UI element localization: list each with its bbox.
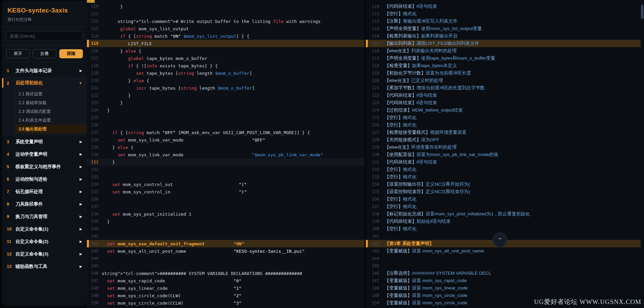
sidebar-section-4[interactable]: 4运动学变量声明▶ — [2, 148, 87, 160]
code-line-143[interactable]: 143 set mom_sys_alt_unit_post_name "KESO… — [87, 247, 364, 255]
annotation-row-145[interactable]: 145 — [366, 262, 641, 270]
sidebar-section-8[interactable]: 8刀具路径事件▶ — [2, 198, 87, 210]
search-input[interactable] — [6, 31, 83, 41]
code-line-130[interactable]: 130 set mom_sys_link_var_mode "$mom_sys_… — [87, 151, 364, 158]
annotation-row-125[interactable]: 125【空行】格式化 — [366, 114, 641, 121]
sidebar-section-11[interactable]: 11自定义命令集(2)▶ — [2, 235, 87, 248]
annotation-row-137[interactable]: 137【空行】格式化 — [366, 203, 641, 210]
annotation-row-135[interactable]: 135【设置控制结束符】定义NC注释结束符为) — [366, 188, 641, 195]
code-line-129[interactable]: 129 } else { — [87, 144, 364, 151]
annotation-row-110[interactable]: 110【代码块结束】if语句结束 — [366, 3, 641, 10]
sidebar-section-6[interactable]: 6运动控制与进给▶ — [2, 173, 87, 185]
code-line-120[interactable]: 120 } else { — [87, 77, 364, 84]
annotation-row-116[interactable]: 116【else分支】列表输出关闭时的处理 — [366, 47, 641, 55]
sidebar-section-9[interactable]: 9换刀与刀具管理▶ — [2, 210, 87, 223]
annotation-row-146[interactable]: 146【注释说明】######### SYSTEM VARIABLE DECL — [366, 270, 641, 277]
code-line-150[interactable]: 150 set mom_sys_circle_code(CCLW) "3" — [87, 299, 364, 307]
sidebar-subitem-2.5[interactable]: 2.5 输出前处理 — [15, 125, 87, 133]
annotation-row-123[interactable]: 123【代码块结束】if语句结束 — [366, 99, 641, 106]
code-line-136[interactable]: 136 — [87, 195, 364, 203]
sidebar-section-3[interactable]: 3系统变量声明▶ — [2, 135, 87, 148]
code-line-135[interactable]: 135 set mom_sys_control_in ")" — [87, 188, 364, 195]
sidebar-section-1[interactable]: 1文件头与版本记录▶ — [2, 64, 87, 77]
annotation-row-119[interactable]: 119【初始化字节计数】设置为当前缓冲区长度 — [366, 69, 641, 77]
code-line-128[interactable]: 128 set mom_sys_link_var_mode "OFF" — [87, 136, 364, 144]
annotation-row-129[interactable]: 129【else分支】环境变量存在时的处理 — [366, 144, 641, 151]
annotation-row-139[interactable]: 139【代码块结束】初始化if语句结束 — [366, 218, 641, 225]
annotation-row-144[interactable]: 144 — [366, 255, 641, 262]
code-line-149[interactable]: 149 set mom_sys_circle_code(CLW) "2" — [87, 292, 364, 299]
annotation-row-113[interactable]: 113【声明全局变量】使用mom_sys_list_output变量 — [366, 25, 641, 32]
code-line-144[interactable]: 144 — [87, 255, 364, 262]
sidebar-subitem-2.3[interactable]: 2.3 调试模式配置 — [15, 107, 87, 116]
annotation-row-147[interactable]: 147【变量赋值】设置 mom_sys_rapid_code — [366, 277, 641, 284]
code-line-116[interactable]: 116 } else { — [87, 47, 364, 55]
annotation-row-126[interactable]: 126【空行】格式化 — [366, 121, 641, 129]
page-scrollbar-track[interactable] — [641, 0, 644, 308]
code-line-148[interactable]: 148 set mom_sys_linear_code "1" — [87, 284, 364, 292]
annotation-row-140[interactable]: 140【空行】格式化 — [366, 225, 641, 233]
sidebar-section-10[interactable]: 10自定义命令集(1)▶ — [2, 223, 87, 235]
expand-all-button[interactable]: 展开 — [6, 49, 30, 58]
annotation-row-112[interactable]: 112【注释】将输出缓冲区写入列表文件 — [366, 18, 641, 25]
code-line-127[interactable]: 127 if { [string match "OFF" [MOM_ask_en… — [87, 129, 364, 136]
sidebar-subitem-2.4[interactable]: 2.4 列表文件设置 — [15, 116, 87, 125]
annotation-row-109[interactable] — [366, 0, 641, 3]
code-line-147[interactable]: 147 set mom_sys_rapid_code "0" — [87, 277, 364, 284]
annotation-row-133[interactable]: 133【空行】格式化 — [366, 173, 641, 181]
annotation-row-122[interactable]: 122【代码块结束】if语句结束 — [366, 92, 641, 99]
annotation-row-132[interactable]: 132【空行】格式化 — [366, 166, 641, 173]
annotation-row-138[interactable]: 138【标记初始化完成】设置mom_sys_post_initialized为1… — [366, 210, 641, 218]
annotation-row-114[interactable]: 114【检查列表输出】如果列表输出开启 — [366, 32, 641, 40]
annotation-row-148[interactable]: 148【变量赋值】设置 mom_sys_linear_code — [366, 284, 641, 292]
annotation-row-115[interactable]: 115【输出到列表】调用LIST_FILE输出到列表文件 — [366, 40, 641, 47]
code-line-146[interactable]: 146string">"tcl-comment">########## SYST… — [87, 270, 364, 277]
annotation-row-128[interactable]: 128【关闭链接模式】设为OFF — [366, 136, 641, 144]
code-line-111[interactable]: 111 — [87, 10, 364, 18]
sidebar-section-5[interactable]: 5模板重定义与程序事件▶ — [2, 160, 87, 173]
code-line-113[interactable]: 113 global mom_sys_list_output — [87, 25, 364, 32]
page-scrollbar-thumb[interactable] — [641, 5, 643, 19]
code-line-132[interactable]: 132 — [87, 166, 364, 173]
code-line-126[interactable]: 126 — [87, 121, 364, 129]
code-line-145[interactable]: 145 — [87, 262, 364, 270]
sidebar-subitem-2.2[interactable]: 2.2 基础库加载 — [15, 98, 87, 107]
code-line-124[interactable]: 124 } — [87, 106, 364, 114]
code-line-123[interactable]: 123 } — [87, 99, 364, 106]
code-line-133[interactable]: 133 — [87, 173, 364, 181]
code-line-109[interactable] — [87, 0, 364, 3]
annotation-row-130[interactable]: 130【使用配置值】设置为mom_sys_pb_link_var_mode的值 — [366, 151, 641, 158]
sidebar-section-header-2[interactable]: 2后处理初始化▼ — [2, 77, 87, 89]
code-line-110[interactable]: 110 } — [87, 3, 364, 10]
annotation-row-124[interactable]: 124【过程结束】MOM_before_output结束 — [366, 106, 641, 114]
code-line-141[interactable]: 141 — [87, 233, 364, 240]
annotation-row-143[interactable]: 143【变量赋值】设置 mom_sys_alt_unit_post_name — [366, 247, 641, 255]
annotation-row-120[interactable]: 120【else分支】已定义时的处理 — [366, 77, 641, 84]
annotation-row-131[interactable]: 131【代码块结束】if语句结束 — [366, 158, 641, 166]
code-line-112[interactable]: 112 string">"tcl-comment"># Write output… — [87, 18, 364, 25]
annotation-row-136[interactable]: 136【空行】格式化 — [366, 195, 641, 203]
code-line-115[interactable]: 115 LIST_FILE — [87, 40, 364, 47]
collapse-all-button[interactable]: 折叠 — [33, 49, 56, 58]
sidebar-subitem-2.1[interactable]: 2.1 路径设置 — [15, 90, 87, 98]
scroll-to-top-button[interactable]: ⌃ — [492, 233, 507, 247]
annotation-row-111[interactable]: 111【空行】格式化 — [366, 10, 641, 18]
code-line-139[interactable]: 139 } — [87, 218, 364, 225]
sidebar-section-13[interactable]: 13辅助函数与工具▶ — [2, 260, 87, 273]
code-line-119[interactable]: 119 set tape_bytes [string length $mom_o… — [87, 69, 364, 77]
code-line-140[interactable]: 140 — [87, 225, 364, 233]
sidebar-section-7[interactable]: 7钻孔循环处理▶ — [2, 185, 87, 198]
annotation-row-121[interactable]: 121【累加字节数】增加当前缓冲区的长度到总字节数 — [366, 84, 641, 92]
code-line-114[interactable]: 114 if { [string match "ON" $mom_sys_lis… — [87, 32, 364, 40]
code-line-142[interactable]: 142 set mom_sys_use_default_unit_fragmen… — [87, 240, 364, 247]
annotation-row-127[interactable]: 127【检查链接变量模式】根据环境变量设置 — [366, 129, 641, 136]
code-line-121[interactable]: 121 incr tape_bytes [string length $mom_… — [87, 84, 364, 92]
annotation-row-118[interactable]: 118【检查变量】如果tape_bytes未定义 — [366, 62, 641, 69]
annotation-row-134[interactable]: 134【设置控制输出符】定义NC注释开始符为( — [366, 181, 641, 188]
sidebar-section-12[interactable]: 12自定义命令集(3)▶ — [2, 248, 87, 260]
code-line-137[interactable]: 137 — [87, 203, 364, 210]
code-line-138[interactable]: 138 set mom_sys_post_initialized 1 — [87, 210, 364, 218]
code-line-118[interactable]: 118 if { ![info exists tape_bytes] } { — [87, 62, 364, 69]
code-line-134[interactable]: 134 set mom_sys_control_out "(" — [87, 181, 364, 188]
code-line-131[interactable]: 131 } — [87, 158, 364, 166]
